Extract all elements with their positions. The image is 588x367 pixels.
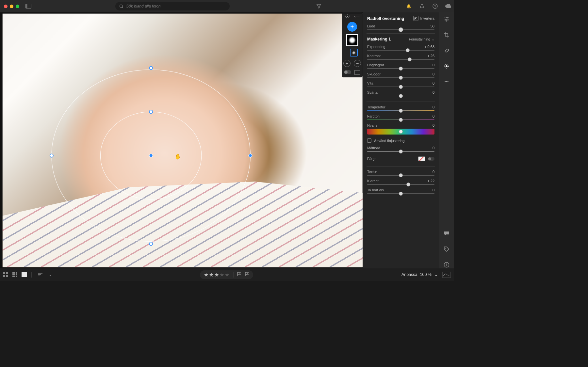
tint-slider[interactable]: Färgton0 xyxy=(367,114,434,120)
visibility-icon[interactable] xyxy=(345,14,350,19)
blacks-slider[interactable]: Svärta0 xyxy=(367,90,434,96)
mask-component-radial[interactable]: ◉ xyxy=(350,49,358,56)
comment-icon[interactable] xyxy=(443,230,450,237)
mask-subtract-button[interactable]: − xyxy=(354,60,361,67)
svg-rect-1 xyxy=(26,4,27,8)
flag-pick-icon[interactable] xyxy=(237,272,241,278)
mask-thumbnail[interactable] xyxy=(346,34,358,46)
sort-icon[interactable] xyxy=(36,271,44,279)
window-controls xyxy=(4,5,19,8)
texture-slider[interactable]: Textur0 xyxy=(367,170,434,176)
svg-point-2 xyxy=(120,5,122,7)
search-icon xyxy=(119,4,123,8)
grid-view-icon[interactable] xyxy=(3,272,8,277)
share-icon[interactable] xyxy=(419,2,425,10)
sliders-icon[interactable] xyxy=(443,16,450,23)
mask-add-button[interactable]: + xyxy=(343,60,351,67)
mask-name: Maskering 1 xyxy=(367,37,391,41)
flag-reject-icon[interactable] xyxy=(245,272,249,278)
search-input[interactable] xyxy=(126,4,226,8)
dehaze-slider[interactable]: Ta bort dis0 xyxy=(367,188,434,194)
invert-icon: ◩ xyxy=(413,16,418,21)
svg-point-10 xyxy=(447,19,448,20)
overlay-toggle[interactable] xyxy=(344,70,351,74)
exposure-slider[interactable]: Exponering+ 0,68 xyxy=(367,45,434,51)
shadows-slider[interactable]: Skuggor0 xyxy=(367,72,434,78)
cloud-icon[interactable] xyxy=(445,2,451,10)
bottombar: ⌄ ★★★★★ Anpassa 100 % ⌄ xyxy=(0,268,454,281)
svg-text:?: ? xyxy=(434,5,436,8)
topbar: 🔔 ? xyxy=(0,0,454,12)
help-icon[interactable]: ? xyxy=(432,2,438,10)
filter-icon[interactable] xyxy=(315,2,323,10)
highlights-slider[interactable]: Högdagrar0 xyxy=(367,63,434,69)
svg-point-11 xyxy=(446,20,447,21)
dock-icon[interactable] xyxy=(354,70,360,75)
heal-icon[interactable] xyxy=(443,47,450,54)
info-icon[interactable]: i xyxy=(443,261,450,268)
clarity-slider[interactable]: Klarhet+ 22 xyxy=(367,179,434,185)
chevron-down-icon: ⌄ xyxy=(434,272,438,277)
svg-point-8 xyxy=(347,16,348,17)
topbar-right: 🔔 ? xyxy=(406,2,451,10)
main: ✋ ⟵ + ◉ + − Radiell xyxy=(0,12,454,268)
color-toggle[interactable] xyxy=(428,157,434,161)
add-mask-button[interactable]: + xyxy=(347,22,357,32)
histogram-icon[interactable] xyxy=(442,272,451,278)
star-rating[interactable]: ★★★★★ xyxy=(204,272,230,278)
contrast-slider[interactable]: Kontrast+ 26 xyxy=(367,54,434,60)
crop-icon[interactable] xyxy=(443,31,450,39)
photo xyxy=(3,14,363,267)
collapse-icon[interactable]: ⟵ xyxy=(354,14,360,19)
whites-slider[interactable]: Vita0 xyxy=(367,81,434,87)
more-icon[interactable]: ••• xyxy=(443,78,450,86)
preset-dropdown[interactable]: Förinställning ⌄ xyxy=(409,37,434,41)
close-window-button[interactable] xyxy=(4,5,8,8)
color-label: Färga xyxy=(367,157,377,161)
bell-icon[interactable]: 🔔 xyxy=(406,2,412,10)
color-swatch[interactable] xyxy=(418,156,425,161)
chevron-down-icon: ⌄ xyxy=(432,37,434,41)
svg-point-9 xyxy=(445,17,446,18)
feather-slider[interactable]: Ludd50 xyxy=(367,24,434,30)
zoom-control[interactable]: Anpassa 100 % ⌄ xyxy=(401,272,438,277)
panel-toggle-icon[interactable] xyxy=(24,2,32,10)
svg-text:i: i xyxy=(446,263,447,267)
svg-rect-19 xyxy=(442,272,451,278)
edit-panel: Radiell övertoning ◩ Invertera Ludd50 Ma… xyxy=(363,12,439,268)
single-view-icon[interactable] xyxy=(22,272,27,277)
rating-group: ★★★★★ xyxy=(200,270,253,279)
masking-icon[interactable] xyxy=(443,63,450,70)
temp-slider[interactable]: Temperatur0 xyxy=(367,105,434,111)
fullscreen-window-button[interactable] xyxy=(16,5,19,8)
small-grid-view-icon[interactable] xyxy=(12,272,17,277)
chevron-down-icon[interactable]: ⌄ xyxy=(49,272,52,277)
saturation-slider[interactable]: Mättnad0 xyxy=(367,146,434,152)
svg-rect-12 xyxy=(445,49,449,53)
tag-icon[interactable] xyxy=(443,246,450,253)
search-box[interactable] xyxy=(115,2,230,10)
hue-slider[interactable]: Nyans0 xyxy=(367,123,434,135)
photo-canvas[interactable]: ✋ ⟵ + ◉ + − xyxy=(0,12,363,268)
invert-button[interactable]: ◩ Invertera xyxy=(413,16,434,21)
fine-adjust-checkbox[interactable]: Använd finjustering xyxy=(367,138,434,143)
panel-title: Radiell övertoning xyxy=(367,16,404,21)
minimize-window-button[interactable] xyxy=(10,5,13,8)
mask-panel: ⟵ + ◉ + − xyxy=(342,12,363,77)
svg-line-3 xyxy=(122,7,123,8)
svg-point-14 xyxy=(446,65,448,67)
svg-point-15 xyxy=(445,248,446,248)
right-toolstrip: ••• i xyxy=(439,12,454,268)
